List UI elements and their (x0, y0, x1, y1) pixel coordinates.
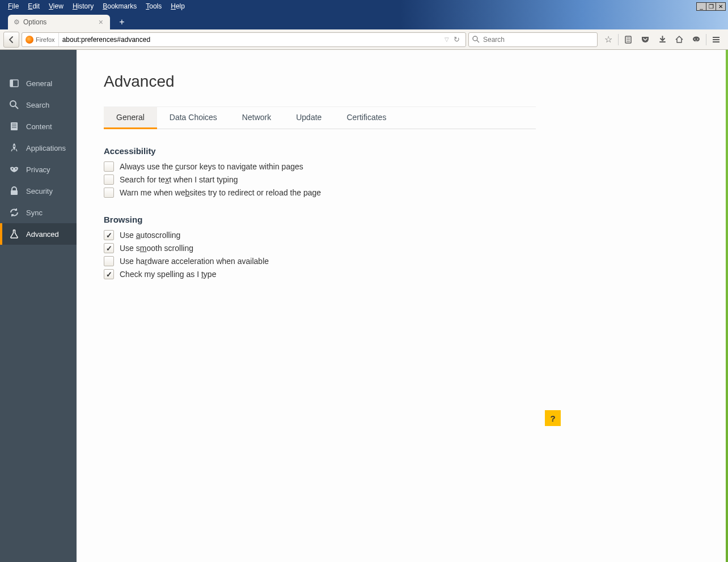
bookmark-star-button[interactable]: ☆ (600, 32, 617, 48)
checkbox[interactable] (104, 161, 114, 172)
svg-point-14 (10, 101, 16, 107)
dropdown-icon[interactable]: ▽ (445, 36, 449, 42)
firefox-icon (26, 36, 33, 44)
checkbox-row: Warn me when websites try to redirect or… (104, 188, 536, 198)
sidebar-item-advanced[interactable]: Advanced (0, 223, 77, 245)
checkbox-label[interactable]: Use autoscrolling (120, 231, 180, 240)
subtab-update[interactable]: Update (283, 107, 334, 129)
sidebar-item-label: Sync (26, 208, 43, 217)
sidebar-item-sync[interactable]: Sync (0, 202, 77, 223)
svg-rect-23 (11, 190, 18, 195)
browser-tab-options[interactable]: ⚙ Options × (8, 15, 110, 29)
url-bar-icons: ▽ ↻ (441, 35, 463, 44)
checkbox-row: Always use the cursor keys to navigate w… (104, 161, 536, 172)
menu-help[interactable]: Help (166, 1, 189, 11)
sidebar-item-label: Content (26, 122, 52, 131)
doc-icon (9, 121, 19, 131)
menu-file[interactable]: File (3, 1, 23, 11)
svg-point-20 (14, 146, 15, 147)
reload-button[interactable]: ↻ (454, 35, 460, 44)
body: GeneralSearchContentApplicationsPrivacyS… (0, 50, 728, 562)
help-button[interactable]: ? (545, 410, 561, 426)
checkbox[interactable] (104, 174, 114, 185)
checkbox-row: Use smooth scrolling (104, 243, 536, 253)
downloads-button[interactable] (654, 32, 671, 48)
back-button[interactable] (3, 32, 19, 48)
section-heading: Browsing (104, 215, 536, 224)
checkbox[interactable] (104, 256, 114, 266)
svg-point-8 (697, 39, 699, 40)
sidebar-item-label: General (26, 79, 52, 88)
menu-tools[interactable]: Tools (141, 1, 166, 11)
library-button[interactable] (620, 32, 637, 48)
lock-icon (9, 186, 19, 196)
svg-line-1 (477, 40, 479, 42)
checkbox-label[interactable]: Always use the cursor keys to navigate w… (120, 162, 303, 171)
sync-icon (9, 207, 19, 218)
maximize-button[interactable]: ❐ (706, 2, 716, 11)
sidebar-item-applications[interactable]: Applications (0, 137, 77, 159)
checkbox-label[interactable]: Use hardware acceleration when available (120, 257, 269, 266)
sidebar-item-label: Security (26, 187, 53, 195)
menu-edit[interactable]: Edit (23, 1, 44, 11)
mask-icon (9, 164, 19, 174)
menubar: FileEditViewHistoryBookmarksToolsHelp (3, 1, 189, 11)
rocket-icon (9, 143, 19, 153)
menu-bookmarks[interactable]: Bookmarks (98, 1, 141, 11)
url-input[interactable] (59, 33, 441, 46)
sidebar-item-content[interactable]: Content (0, 116, 77, 137)
svg-rect-13 (10, 80, 13, 87)
close-window-button[interactable]: ✕ (716, 2, 726, 11)
svg-rect-16 (11, 122, 18, 130)
checkbox-row: Search for text when I start typing (104, 174, 536, 185)
window-controls: _ ❐ ✕ (697, 2, 726, 11)
subtab-certificates[interactable]: Certificates (334, 107, 399, 129)
sidebar-item-search[interactable]: Search (0, 94, 77, 116)
new-tab-button[interactable]: + (115, 16, 129, 28)
sidebar-item-general[interactable]: General (0, 73, 77, 94)
tab-strip: ⚙ Options × + (0, 12, 728, 29)
search-input[interactable] (482, 35, 594, 44)
nav-toolbar: Firefox ▽ ↻ ☆ (0, 29, 728, 50)
checkbox[interactable] (104, 269, 114, 279)
sidebar-item-security[interactable]: Security (0, 180, 77, 202)
checkbox-label[interactable]: Check my spelling as I type (120, 270, 216, 279)
checkbox-label[interactable]: Use smooth scrolling (120, 244, 193, 253)
menu-button[interactable] (708, 32, 725, 48)
page-title: Advanced (104, 73, 536, 91)
menu-view[interactable]: View (44, 1, 68, 11)
svg-point-0 (473, 36, 477, 41)
tab-title: Options (23, 18, 46, 26)
pocket-button[interactable] (637, 32, 654, 48)
checkbox[interactable] (104, 243, 114, 253)
tab-close-button[interactable]: × (96, 18, 105, 27)
preferences-sidebar: GeneralSearchContentApplicationsPrivacyS… (0, 50, 77, 562)
subtab-data-choices[interactable]: Data Choices (157, 107, 230, 129)
section-accessibility: Accessibility Always use the cursor keys… (104, 146, 536, 198)
checkbox[interactable] (104, 230, 114, 240)
home-button[interactable] (671, 32, 688, 48)
svg-line-15 (15, 106, 18, 109)
sidebar-item-privacy[interactable]: Privacy (0, 159, 77, 180)
identity-box[interactable]: Firefox (22, 33, 59, 46)
checkbox-label[interactable]: Search for text when I start typing (120, 175, 238, 184)
subtab-general[interactable]: General (104, 107, 157, 129)
checkbox-row: Use hardware acceleration when available (104, 256, 536, 266)
sidebar-item-label: Applications (26, 144, 66, 152)
svg-point-7 (695, 39, 696, 40)
minimize-button[interactable]: _ (696, 2, 706, 11)
search-box[interactable] (468, 32, 598, 47)
svg-point-6 (693, 36, 700, 41)
section-browsing: Browsing Use autoscrollingUse smooth scr… (104, 215, 536, 279)
subtab-network[interactable]: Network (230, 107, 283, 129)
menu-history[interactable]: History (68, 1, 98, 11)
section-heading: Accessibility (104, 146, 536, 156)
chat-button[interactable] (688, 32, 705, 48)
desktop-edge (726, 50, 728, 562)
gear-icon: ⚙ (14, 18, 20, 26)
checkbox[interactable] (104, 188, 114, 198)
url-bar[interactable]: Firefox ▽ ↻ (22, 32, 466, 47)
checkbox-label[interactable]: Warn me when websites try to redirect or… (120, 188, 321, 197)
svg-point-21 (12, 168, 13, 169)
identity-label: Firefox (36, 36, 55, 43)
